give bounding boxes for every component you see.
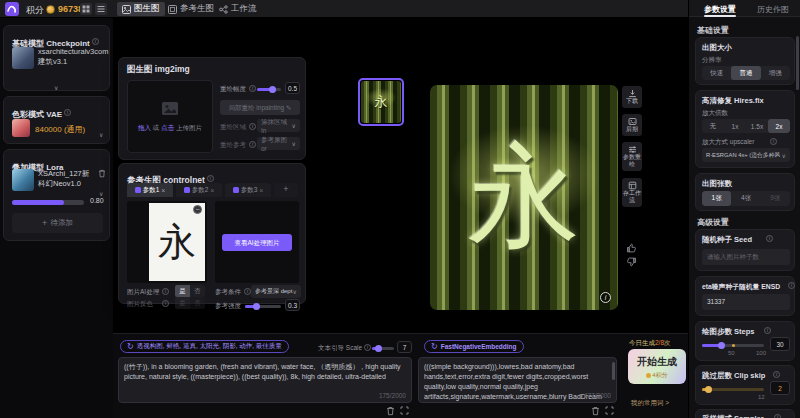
controlnet-image-box[interactable]: 永 − [127,201,207,283]
reuse-params-button[interactable]: 参数重绘 [622,142,642,171]
clip-skip-slider[interactable] [702,388,764,391]
option-1-image[interactable]: 1张 [702,191,731,206]
tab-img2img[interactable]: 图生图 [117,2,165,16]
info-icon [774,414,781,418]
chevron-down-icon[interactable] [54,76,58,94]
expand-icon[interactable] [400,406,409,415]
toggle-yes[interactable]: 是 [175,285,190,297]
chevron-down-icon [292,122,296,129]
postedit-button[interactable]: 后期 [622,114,642,136]
option-9-images[interactable]: 9张 [761,191,790,206]
ensd-input[interactable]: 31337 [702,294,790,310]
clip-title: 跳过层数 Clip skip [702,371,765,381]
upload-dropzone[interactable]: 拖入 或 点击 上传图片 [127,80,213,153]
option-1x[interactable]: 1x [724,119,746,133]
thumbs-down-icon[interactable] [626,257,637,267]
close-icon[interactable]: × [259,187,263,194]
coin-icon [46,5,55,14]
toggle-no[interactable]: 否 [190,285,205,297]
tab-history[interactable]: 历史作图 [757,4,789,15]
option-enhanced[interactable]: 增强 [761,66,790,80]
img2img-title: 图生图 img2img [127,64,190,76]
invert-toggle[interactable]: 是 否 [175,297,205,309]
generate-button[interactable]: 开始生成 4积分 [628,349,686,384]
lora-add-button[interactable]: + 待添加 [12,213,103,233]
checkbox-icon [184,187,190,193]
condition-select[interactable]: 参考景深 dept [251,285,301,298]
menu-icon[interactable] [95,3,107,15]
trash-icon[interactable] [98,169,106,178]
vae-card[interactable]: 色彩模式 VAE 840000 (通用) [3,96,110,144]
option-1-5x[interactable]: 1.5x [746,119,768,133]
denoise-value[interactable]: 0.5 [285,82,300,94]
close-icon[interactable]: × [161,187,165,194]
expand-icon[interactable] [605,406,614,415]
preprocess-toggle[interactable]: 是 否 [175,285,205,297]
lora-add-label: 待添加 [50,218,73,228]
tab-ref-gen[interactable]: 参考生图 [163,2,219,16]
tab-parameters[interactable]: 参数设置 [704,4,736,15]
favorites-link[interactable]: 我的常用词 > [631,399,669,408]
chevron-down-icon [782,152,786,159]
view-processed-button[interactable]: 查看AI处理图片 [222,234,292,251]
controlnet-add-tab[interactable]: + [274,183,298,197]
inpainting-button[interactable]: 局部重绘 inpainting ✎ [220,100,300,115]
tab-active-underline [704,15,736,17]
cfg-scale-label: 文本引导 Scale [318,344,362,353]
clip-skip-value[interactable]: 2 [770,381,790,395]
seed-input[interactable]: 请输入图片种子数 [702,249,790,265]
panel-scrollbar[interactable] [796,36,799,90]
negative-prompt-input[interactable]: (((simple background))),lowres,bad anato… [418,357,617,403]
positive-prompt-input[interactable]: ((竹子)), in a blooming garden, (fresh and… [118,357,412,403]
upscaler-select[interactable]: R-ESRGAN 4x+ (适合多种风 [702,148,790,162]
steps-slider[interactable] [702,344,764,347]
scrollbar-thumb[interactable] [612,362,615,380]
option-none[interactable]: 无 [702,119,724,133]
lora-card[interactable]: 叠加模型 Lora XSArchi_127新科幻Neov1.0 0.80 + 待… [3,149,110,241]
negative-embedding-pill[interactable]: ↻ FastNegativeEmbedding [424,340,524,353]
checkpoint-card[interactable]: 基础模型 Checkpoint xsarchitecturalv3com建筑v3… [3,25,110,91]
denoise-slider[interactable] [257,88,281,91]
steps-value[interactable]: 30 [770,337,790,351]
remove-image-icon[interactable]: − [193,205,202,214]
chevron-down-icon[interactable] [99,123,103,141]
checkpoint-name: xsarchitecturalv3com建筑v3.1 [38,47,104,67]
option-normal[interactable]: 普通 [731,66,760,80]
controlnet-tab-1[interactable]: 参数1 × [127,183,173,197]
toggle-no[interactable]: 否 [190,297,205,309]
cfg-scale-value[interactable]: 7 [397,341,412,353]
checkbox-icon [135,187,141,193]
prompt-tags-pill[interactable]: ↻ 透视构图, 鲜艳, 逼真, 太阳光, 阴影, 动作, 最佳质量 [120,340,289,353]
grid-view-icon[interactable] [80,3,92,15]
thumbs-up-icon[interactable] [626,243,637,253]
lora-weight-slider[interactable] [12,200,84,205]
controlnet-tab-2[interactable]: 参数2 × [176,183,222,197]
strength-value[interactable]: 0.3 [285,299,300,311]
result-thumbnail[interactable]: 永 [358,78,404,126]
tab-workflow[interactable]: 工作流 [214,2,262,16]
app-logo[interactable] [5,2,19,16]
refresh-icon[interactable]: ↻ [127,343,134,351]
inpaint-area-select[interactable]: 涂抹区域 In [257,119,300,132]
option-fast[interactable]: 快速 [702,66,731,80]
download-button[interactable]: 下载 [622,86,642,108]
save-workflow-button[interactable]: 存工作流 [622,178,642,207]
controlnet-tab-3[interactable]: 参数3 × [225,183,271,197]
cfg-scale-slider[interactable] [372,347,394,350]
trash-icon[interactable] [386,406,395,416]
inpaint-ref-select[interactable]: 参考原图 or [257,137,300,150]
condition-value: 参考景深 dept [255,287,292,296]
option-4-images[interactable]: 4张 [731,191,760,206]
image-info-icon[interactable]: i [600,292,611,303]
refresh-icon[interactable]: ↻ [431,343,438,351]
batch-count-card: 出图张数 1张 4张 9张 [695,173,795,211]
trash-icon[interactable] [591,406,600,416]
option-2x[interactable]: 2x [768,119,790,133]
close-icon[interactable]: × [210,187,214,194]
generated-image[interactable]: 永 i [430,85,618,310]
strength-slider[interactable] [245,305,281,308]
prompt-tags-text: 透视构图, 鲜艳, 逼真, 太阳光, 阴影, 动作, 最佳质量 [137,342,282,351]
vae-value: 840000 (通用) [35,124,85,135]
picture-icon [122,5,131,14]
toggle-yes[interactable]: 是 [175,297,190,309]
